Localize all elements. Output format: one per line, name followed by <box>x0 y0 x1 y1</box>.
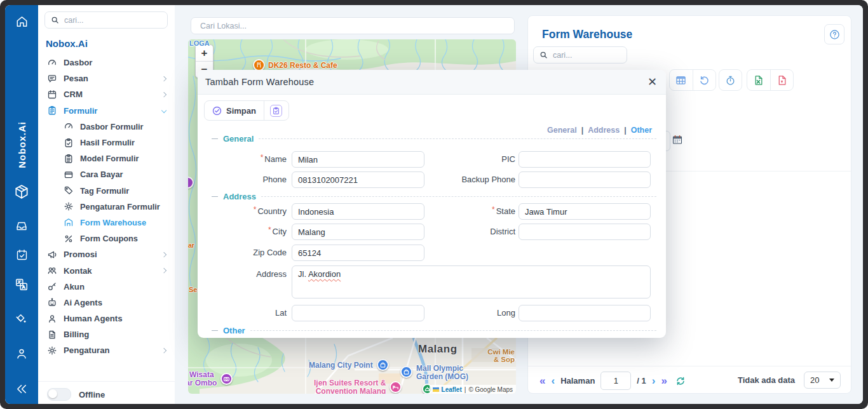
address-field[interactable]: Jl. Akordion <box>292 265 651 298</box>
address-label: Address <box>204 266 287 283</box>
sidebar-item-form-coupons[interactable]: Form Coupons <box>38 231 175 246</box>
map-poi-partial-purple[interactable] <box>188 177 194 189</box>
tag-icon <box>64 185 74 196</box>
zip-code-field[interactable] <box>292 245 424 261</box>
export-pdf-button[interactable] <box>770 70 794 90</box>
first-page-icon[interactable]: « <box>539 375 545 386</box>
city-field[interactable] <box>292 224 424 240</box>
sidebar-item-cara-bayar[interactable]: Cara Bayar <box>38 166 175 182</box>
map-label-fragment-ar: ar <box>188 241 194 249</box>
map-poi-malang-city-point[interactable]: Malang City Point <box>309 359 389 371</box>
sidebar-item-dasbor[interactable]: Dasbor <box>38 55 175 70</box>
table-view-button[interactable] <box>670 70 693 90</box>
offline-row: Offline <box>47 388 105 401</box>
misspelled-word: Akordion <box>308 269 341 279</box>
icon-rail: Nobox.Ai <box>5 5 38 404</box>
pagination: « ‹ Halaman / 1 › » <box>539 372 686 390</box>
state-field[interactable] <box>519 203 651 220</box>
pager-divider <box>528 366 851 366</box>
long-field[interactable] <box>519 305 651 321</box>
clipboard-check-icon <box>64 138 74 148</box>
page-number-input[interactable] <box>600 372 631 390</box>
select-chevron-icon <box>829 379 834 382</box>
prev-page-icon[interactable]: ‹ <box>551 375 555 386</box>
sidebar: Nobox.Ai Dasbor Pesan CRM Formulir <box>38 5 175 404</box>
last-page-icon[interactable]: » <box>661 375 667 386</box>
sidebar-item-pengaturan-formulir[interactable]: Pengaturan Formulir <box>38 199 175 215</box>
refresh-button[interactable] <box>675 376 686 386</box>
map-search[interactable] <box>191 17 515 34</box>
excel-file-icon <box>753 75 764 86</box>
offline-toggle[interactable] <box>47 388 71 401</box>
cube-logo-icon[interactable] <box>5 184 38 200</box>
close-icon[interactable]: ✕ <box>648 70 657 94</box>
ink-drop-icon[interactable] <box>5 312 38 326</box>
page-size-select[interactable]: 20 <box>804 372 841 389</box>
sidebar-item-promosi[interactable]: Promosi <box>38 246 175 262</box>
sidebar-item-pengaturan[interactable]: Pengaturan <box>38 342 175 358</box>
map-poi-ombo[interactable]: k Wisata tar Ombo <box>188 371 233 387</box>
refresh-icon <box>675 376 686 386</box>
sidebar-item-dasbor-formulir[interactable]: Dasbor Formulir <box>38 119 175 135</box>
sidebar-item-form-warehouse[interactable]: Form Warehouse <box>38 215 175 231</box>
sidebar-item-ai-agents[interactable]: Ai Agents <box>38 295 175 311</box>
map-poi-ijen-suites[interactable]: Ijen Suites Resort & Convention Malang <box>314 379 402 394</box>
sidebar-item-tag-formulir[interactable]: Tag Formulir <box>38 183 175 199</box>
user-icon[interactable] <box>5 347 38 361</box>
map-poi-mog[interactable]: Mall Olympic Garden (MOG) <box>400 365 468 380</box>
phone-field[interactable] <box>292 171 424 188</box>
sidebar-item-crm[interactable]: CRM <box>38 86 175 102</box>
sidebar-search[interactable] <box>44 11 168 29</box>
clipboard-icon <box>47 105 57 116</box>
translate-icon[interactable] <box>5 278 38 292</box>
panel-search-input[interactable] <box>552 50 621 60</box>
next-page-icon[interactable]: › <box>652 375 656 386</box>
timer-button[interactable] <box>719 70 742 90</box>
chevron-right-icon <box>161 76 167 81</box>
name-field[interactable] <box>292 151 424 168</box>
sidebar-item-akun[interactable]: Akun <box>38 279 175 295</box>
country-field[interactable] <box>292 203 424 220</box>
name-label: *Name <box>204 151 287 168</box>
sidebar-item-billing[interactable]: Billing <box>38 326 175 342</box>
reset-button[interactable] <box>693 70 716 90</box>
long-label: Long <box>433 305 515 321</box>
sidebar-item-kontak[interactable]: Kontak <box>38 262 175 278</box>
pagination-right: Tidak ada data 20 <box>738 372 841 389</box>
export-excel-button[interactable] <box>747 70 770 90</box>
tab-address[interactable]: Address <box>588 126 620 135</box>
chevron-right-icon <box>161 348 167 354</box>
tab-other[interactable]: Other <box>631 126 652 135</box>
sidebar-search-input[interactable] <box>63 15 161 25</box>
gauge-icon <box>47 58 57 68</box>
backup-phone-field[interactable] <box>519 171 651 188</box>
save-template-button[interactable] <box>264 101 288 120</box>
leaflet-link[interactable]: Leaflet <box>442 386 462 393</box>
zoom-in-button[interactable]: + <box>196 45 213 61</box>
panel-search[interactable] <box>533 46 627 64</box>
sidebar-item-pesan[interactable]: Pesan <box>38 70 175 86</box>
panel-title: Form Warehouse <box>542 28 632 41</box>
district-field[interactable] <box>519 224 651 240</box>
chevron-right-icon <box>161 268 167 274</box>
help-button[interactable] <box>824 24 844 44</box>
sidebar-item-human-agents[interactable]: Human Agents <box>38 311 175 326</box>
sidebar-item-hasil-formulir[interactable]: Hasil Formulir <box>38 135 175 151</box>
map-search-input[interactable] <box>199 21 506 31</box>
collapse-sidebar-icon[interactable] <box>5 381 38 396</box>
calendar-check-icon[interactable] <box>5 248 38 262</box>
toolbar-group-table <box>669 69 716 91</box>
credit-card-icon <box>64 170 74 180</box>
inbox-icon[interactable] <box>5 219 38 233</box>
window-frame: Nobox.Ai Nobox.Ai <box>0 0 868 409</box>
pic-field[interactable] <box>519 151 651 168</box>
sidebar-item-formulir[interactable]: Formulir <box>38 103 175 119</box>
sidebar-brand-title: Nobox.Ai <box>46 38 88 49</box>
lat-field[interactable] <box>292 305 424 321</box>
tab-general[interactable]: General <box>547 126 577 135</box>
calendar-picker-icon[interactable] <box>672 135 682 147</box>
map-label-loga: LOGA <box>189 39 210 47</box>
home-icon[interactable] <box>5 13 38 29</box>
sidebar-item-model-formulir[interactable]: Model Formulir <box>38 151 175 166</box>
save-button[interactable]: Simpan <box>205 101 264 120</box>
